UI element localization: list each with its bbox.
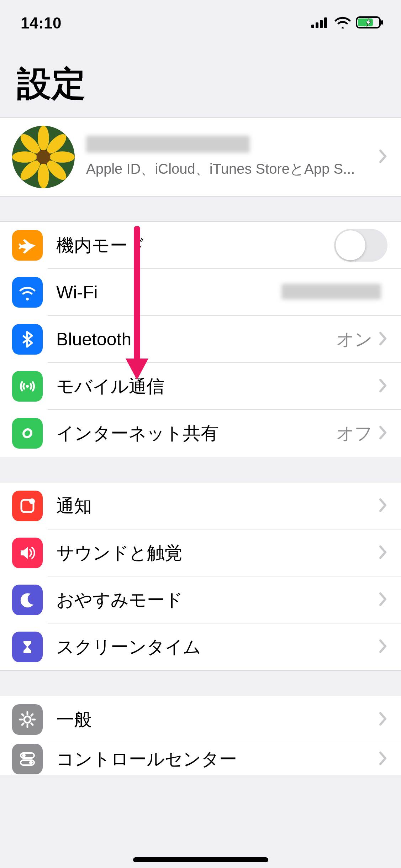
screentime-label: スクリーンタイム — [56, 635, 379, 659]
notifications-label: 通知 — [56, 494, 379, 518]
cellular-signal-icon — [311, 17, 329, 30]
control-center-label: コントロールセンター — [56, 747, 379, 771]
bluetooth-icon — [12, 324, 43, 355]
page-title: 設定 — [0, 46, 401, 117]
airplane-label: 機内モード — [56, 234, 334, 257]
chevron-right-icon — [379, 149, 387, 165]
svg-point-20 — [29, 498, 35, 504]
bluetooth-label: Bluetooth — [56, 329, 336, 350]
row-hotspot[interactable]: インターネット共有 オフ — [0, 410, 401, 457]
sounds-label: サウンドと触覚 — [56, 541, 379, 565]
row-control-center[interactable]: コントロールセンター — [0, 743, 401, 775]
hotspot-icon — [12, 418, 43, 449]
cellular-icon — [12, 371, 43, 402]
svg-rect-6 — [381, 20, 383, 25]
gear-icon — [12, 704, 43, 735]
svg-point-11 — [12, 151, 37, 163]
status-time: 14:10 — [21, 14, 62, 32]
hotspot-label: インターネット共有 — [56, 422, 336, 445]
profile-subtitle: Apple ID、iCloud、iTunes StoreとApp S... — [86, 159, 379, 179]
svg-point-18 — [26, 385, 29, 388]
chevron-right-icon — [379, 639, 387, 655]
network-group: 機内モード Wi-Fi Bluetooth オン — [0, 221, 401, 457]
svg-rect-5 — [358, 19, 373, 26]
svg-point-33 — [29, 761, 33, 764]
chevron-right-icon — [379, 498, 387, 514]
chevron-right-icon — [379, 592, 387, 608]
row-airplane-mode[interactable]: 機内モード — [0, 222, 401, 269]
chevron-right-icon — [379, 378, 387, 394]
notifications-group: 通知 サウンドと触覚 おやすみモード — [0, 482, 401, 671]
wifi-label: Wi-Fi — [56, 282, 281, 303]
svg-point-12 — [50, 151, 75, 163]
svg-point-10 — [38, 163, 49, 188]
status-indicators — [311, 16, 384, 30]
general-label: 一般 — [56, 708, 379, 732]
sounds-icon — [12, 538, 43, 568]
svg-line-28 — [31, 714, 33, 716]
profile-group: Apple ID、iCloud、iTunes StoreとApp S... — [0, 117, 401, 197]
general-group: 一般 コントロールセンター — [0, 696, 401, 775]
bluetooth-value: オン — [336, 328, 373, 351]
svg-rect-1 — [316, 22, 318, 28]
row-bluetooth[interactable]: Bluetooth オン — [0, 316, 401, 363]
moon-icon — [12, 585, 43, 615]
control-center-icon — [12, 744, 43, 774]
wifi-icon — [334, 16, 351, 30]
hotspot-value: オフ — [336, 422, 373, 445]
row-wifi[interactable]: Wi-Fi — [0, 269, 401, 316]
chevron-right-icon — [379, 331, 387, 347]
battery-charging-icon — [356, 16, 384, 30]
hourglass-icon — [12, 632, 43, 662]
cellular-label: モバイル通信 — [56, 375, 379, 398]
row-screentime[interactable]: スクリーンタイム — [0, 623, 401, 670]
airplane-icon — [12, 230, 43, 261]
row-sounds[interactable]: サウンドと触覚 — [0, 529, 401, 576]
chevron-right-icon — [379, 545, 387, 561]
airplane-toggle[interactable] — [334, 229, 387, 262]
avatar — [12, 126, 75, 188]
svg-point-31 — [22, 754, 26, 757]
row-notifications[interactable]: 通知 — [0, 482, 401, 529]
profile-row[interactable]: Apple ID、iCloud、iTunes StoreとApp S... — [0, 118, 401, 196]
row-cellular[interactable]: モバイル通信 — [0, 363, 401, 410]
chevron-right-icon — [379, 425, 387, 441]
svg-line-29 — [22, 723, 23, 725]
svg-point-17 — [37, 150, 51, 164]
svg-point-9 — [38, 126, 49, 151]
profile-text: Apple ID、iCloud、iTunes StoreとApp S... — [86, 136, 379, 179]
svg-rect-3 — [324, 17, 327, 28]
svg-line-27 — [31, 723, 33, 725]
svg-rect-0 — [311, 25, 314, 28]
chevron-right-icon — [379, 751, 387, 767]
row-dnd[interactable]: おやすみモード — [0, 576, 401, 623]
profile-name-blurred — [86, 136, 379, 156]
status-bar: 14:10 — [0, 0, 401, 46]
svg-point-21 — [24, 716, 31, 723]
svg-rect-2 — [320, 20, 323, 28]
dnd-label: おやすみモード — [56, 588, 379, 612]
home-indicator[interactable] — [133, 857, 268, 862]
wifi-value-blurred — [281, 284, 387, 301]
notifications-icon — [12, 491, 43, 521]
svg-line-26 — [22, 714, 23, 716]
chevron-right-icon — [379, 712, 387, 727]
wifi-settings-icon — [12, 277, 43, 308]
row-general[interactable]: 一般 — [0, 696, 401, 743]
